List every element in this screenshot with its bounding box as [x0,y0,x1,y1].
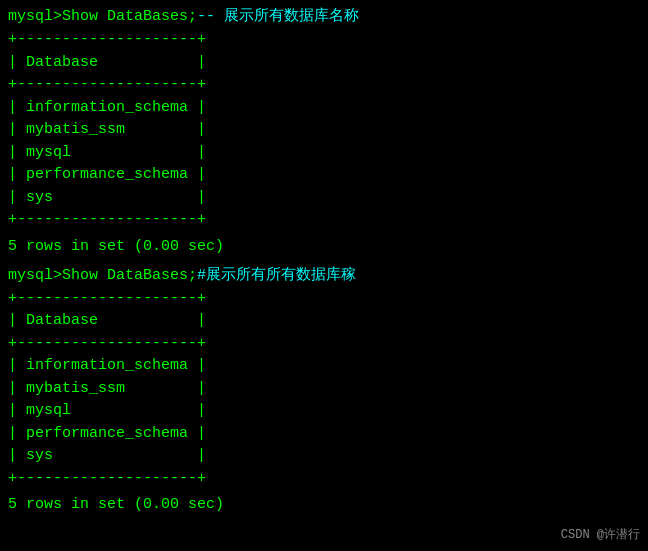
table-row-2-3: | performance_schema | [8,423,640,446]
prompt-2: mysql> [8,267,62,284]
terminal-window: mysql> Show DataBases; -- 展示所有数据库名称 +---… [0,0,648,551]
command-1: Show DataBases; [62,8,197,25]
table-row-1-0: | information_schema | [8,97,640,120]
table-border-bot-1: +--------------------+ [8,209,640,232]
table-border-top-1: +--------------------+ [8,29,640,52]
table-border-bot-2: +--------------------+ [8,468,640,491]
comment-2: #展示所有所有数据库稼 [197,265,356,284]
table-header-1: | Database | [8,52,640,75]
table-row-1-3: | performance_schema | [8,164,640,187]
table-border-top-2: +--------------------+ [8,288,640,311]
table-header-2: | Database | [8,310,640,333]
command-line-2: mysql> Show DataBases; #展示所有所有数据库稼 [8,265,640,284]
result-line-1: 5 rows in set (0.00 sec) [8,236,640,257]
table-border-mid-2: +--------------------+ [8,333,640,356]
table-row-2-1: | mybatis_ssm | [8,378,640,401]
table-row-1-2: | mysql | [8,142,640,165]
table-row-2-4: | sys | [8,445,640,468]
table-row-2-2: | mysql | [8,400,640,423]
command-line-1: mysql> Show DataBases; -- 展示所有数据库名称 [8,6,640,25]
table-2: +--------------------+ | Database | +---… [8,288,640,491]
table-row-1-4: | sys | [8,187,640,210]
prompt-1: mysql> [8,8,62,25]
table-row-1-1: | mybatis_ssm | [8,119,640,142]
watermark: CSDN @许潜行 [561,526,640,543]
result-line-2: 5 rows in set (0.00 sec) [8,494,640,515]
table-1: +--------------------+ | Database | +---… [8,29,640,232]
command-2: Show DataBases; [62,267,197,284]
comment-1: -- 展示所有数据库名称 [197,6,359,25]
table-row-2-0: | information_schema | [8,355,640,378]
table-border-mid-1: +--------------------+ [8,74,640,97]
